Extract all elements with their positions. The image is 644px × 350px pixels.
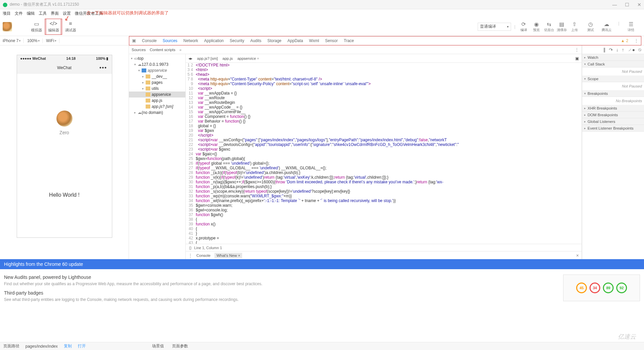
editor-run-icon[interactable]: ▣ (575, 56, 579, 61)
editor-nav-icon[interactable]: ◂▸ (188, 56, 192, 61)
tab-appdata[interactable]: AppData (288, 38, 303, 43)
statusbar: 页面路径 pages/index/index 复制 打开 场景值 页面参数 (0, 342, 644, 350)
editor-tab-2[interactable]: app.js (222, 56, 233, 60)
code-area[interactable]: 1 2 3 4 5 6 7 8 9 10 11 12 13 14 15 16 1… (186, 63, 582, 244)
cloud-button[interactable]: ☁腾讯云 (600, 21, 613, 32)
network-select[interactable]: WiFi▾ (46, 38, 59, 43)
menu-file[interactable]: 文件 (15, 11, 23, 16)
tab-storage[interactable]: Storage (268, 38, 282, 43)
menu-settings[interactable]: 设置 (63, 11, 71, 16)
detail-button[interactable]: ☰详情 (625, 21, 637, 32)
tab-network[interactable]: Network (183, 38, 198, 43)
copy-link[interactable]: 复制 (64, 343, 72, 349)
tree-nodomain[interactable]: ▸☁ (no domain) (129, 110, 185, 116)
step-into-icon[interactable]: ↓ (616, 47, 619, 52)
carrier-label: ●●●●● WeChat (20, 56, 46, 60)
menu-tools[interactable]: 工具 (39, 11, 47, 16)
params-label: 页面参数 (172, 343, 188, 349)
more-icon[interactable]: ••• (100, 65, 107, 71)
menu-edit[interactable]: 编辑 (27, 11, 35, 16)
minimize-button[interactable]: — (612, 2, 617, 7)
sec-global[interactable]: ▸Global Listeners (582, 118, 644, 125)
overflow-icon[interactable]: » (179, 48, 181, 52)
gauge-icon: ◷ (588, 21, 593, 28)
tree-host[interactable]: ▾☁ 127.0.0.1:9973 (129, 61, 185, 67)
tree-dev[interactable]: ▸__dev__ (129, 73, 185, 79)
wn-heading-2: Third-party badges (4, 290, 553, 296)
user-avatar[interactable] (3, 22, 12, 31)
tab-security[interactable]: Security (230, 38, 244, 43)
editor-tab-3[interactable]: appservice × (237, 56, 259, 60)
kebab-icon[interactable]: ⋮ (634, 38, 638, 43)
cursor-position: Line 1, Column 1 (194, 246, 222, 250)
drawer-close[interactable]: × (576, 253, 579, 258)
tree-appservice-folder[interactable]: ▾appservice (129, 67, 185, 73)
preview-button[interactable]: ◉预览 (530, 21, 543, 32)
sec-scope[interactable]: ▾Scope (582, 75, 644, 82)
devtools-tabbar: ▣ Console Sources Network Application Se… (129, 36, 641, 45)
simulator-button[interactable]: ▭ 模拟器 (29, 19, 44, 35)
main-area: ●●●●● WeChat 14:18 100% ▮ WeChat ••• Zer… (0, 45, 644, 259)
drawer-console[interactable]: Console (196, 253, 210, 257)
battery-label: 100% ▮ (96, 56, 108, 61)
inspect-icon[interactable]: ▣ (132, 38, 136, 43)
app-logo: ⬤ (3, 2, 8, 7)
background-button[interactable]: ⇆切后台 (543, 21, 555, 32)
tab-console[interactable]: Console (142, 38, 157, 43)
tree-appjs-sm[interactable]: app.js? [sm] (129, 104, 185, 110)
drawer-whatsnew[interactable]: What's New × (214, 253, 242, 258)
menu-project[interactable]: 项目 (3, 11, 11, 16)
pause-exc-icon[interactable]: ⦸ (638, 47, 641, 52)
tree-pages[interactable]: ▸pages (129, 79, 185, 85)
warning-badge[interactable]: ▲ 2 (621, 38, 628, 43)
tab-trace[interactable]: Trace (344, 38, 354, 43)
tab-audits[interactable]: Audits (250, 38, 261, 43)
hello-text: Hello World ! (49, 192, 79, 198)
clear-cache-button[interactable]: ▤清缓存 (555, 21, 568, 32)
sec-watch[interactable]: ▸Watch (582, 54, 644, 61)
sec-dom[interactable]: ▸DOM Breakpoints (582, 112, 644, 118)
close-button[interactable]: ✕ (637, 2, 641, 7)
subtab-sources[interactable]: Sources (132, 48, 146, 52)
tab-application[interactable]: Application (204, 38, 224, 43)
page-path: pages/index/index (25, 344, 58, 349)
test-button[interactable]: ◷测试 (584, 21, 597, 32)
tree-appjs[interactable]: app.js (129, 98, 185, 104)
scope-body: Not Paused (582, 82, 644, 90)
tab-sources[interactable]: Sources (163, 38, 177, 43)
code-editor: ◂▸ app.js? [sm] app.js appservice × ▣ 1 … (186, 54, 582, 259)
compile-mode-select[interactable]: 普通编译▾ (478, 23, 511, 31)
pause-icon[interactable]: ‖ (603, 47, 606, 52)
sec-xhr[interactable]: ▸XHR Breakpoints (582, 105, 644, 112)
whatsnew-banner: Highlights from the Chrome 60 update (0, 259, 644, 269)
gear-icon[interactable]: {} (189, 246, 191, 250)
open-link[interactable]: 打开 (78, 343, 86, 349)
tab-sensor[interactable]: Sensor (325, 38, 338, 43)
editor-button[interactable]: </> 编辑器 (46, 19, 61, 35)
window-title: demo - 微信开发者工具 v1.01.1712150 (10, 2, 79, 7)
sec-callstack[interactable]: ▾Call Stack (582, 61, 644, 67)
zoom-select[interactable]: 100%▾ (27, 38, 43, 43)
compile-button[interactable]: ⟳编译 (517, 21, 530, 32)
menu-interface[interactable]: 界面 (51, 11, 59, 16)
step-over-icon[interactable]: ↷ (609, 47, 613, 52)
maximize-button[interactable]: ☐ (625, 2, 629, 7)
sec-event[interactable]: ▸Event Listener Breakpoints (582, 125, 644, 132)
tree-appservice-file[interactable]: appservice (129, 92, 185, 98)
upload-button[interactable]: ⇧上传 (568, 21, 581, 32)
debugger-button[interactable]: ≡ 调试器 (63, 19, 78, 35)
debugger-icon: ≡ (69, 20, 72, 27)
kebab-icon[interactable]: ⋮ (575, 47, 579, 52)
tree-utils[interactable]: ▸utils (129, 85, 185, 92)
deactivate-bp-icon[interactable]: ⟋● (628, 47, 635, 52)
main-toolbar: ▭ 模拟器 </> 编辑器 ≡ 调试器 普通编译▾ | ⟳编译 ◉预览 ⇆切后台… (0, 17, 644, 36)
sec-breakpoints[interactable]: ▾Breakpoints (582, 90, 644, 97)
phone-frame: ●●●●● WeChat 14:18 100% ▮ WeChat ••• Zer… (17, 55, 112, 238)
tree-top[interactable]: ▾▭ top (129, 55, 185, 61)
kebab-icon[interactable]: ⋮ (188, 253, 192, 258)
subtab-content-scripts[interactable]: Content scripts (150, 48, 175, 52)
step-out-icon[interactable]: ↑ (622, 47, 624, 52)
tab-wxml[interactable]: Wxml (309, 38, 319, 43)
device-select[interactable]: iPhone 7▾ (3, 38, 24, 43)
editor-tab-1[interactable]: app.js? [sm] (197, 56, 218, 60)
